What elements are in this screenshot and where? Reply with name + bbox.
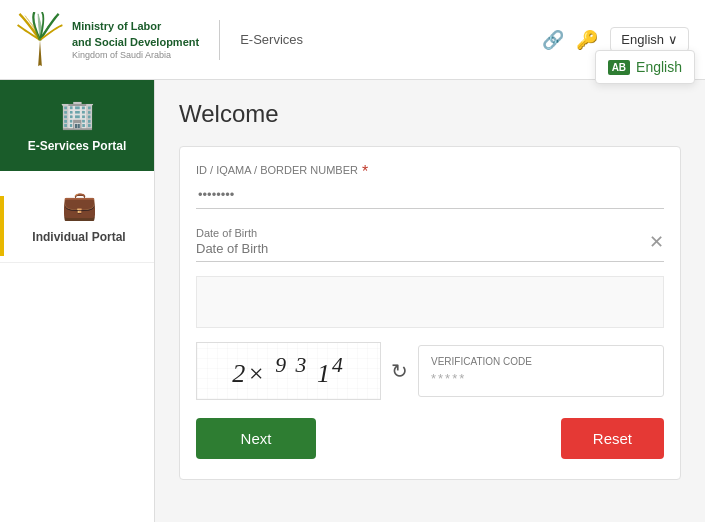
ministry-logo — [16, 12, 64, 68]
dob-label: Date of Birth — [196, 227, 649, 239]
captcha-row: 2× 9 3 14 ↻ VERIFICATION CODE ***** — [196, 342, 664, 400]
sidebar-item-individual[interactable]: 💼 Individual Portal — [0, 171, 154, 263]
logo-area: Ministry of Labor and Social Development… — [16, 12, 303, 68]
id-field-group: ID / IQAMA / BORDER NUMBER * — [196, 163, 664, 209]
header-right: 🔗 🔑 English ∨ — [542, 27, 689, 52]
ministry-name-block: Ministry of Labor and Social Development… — [72, 19, 199, 60]
chevron-down-icon: ∨ — [668, 32, 678, 47]
verification-code-field[interactable]: VERIFICATION CODE ***** — [418, 345, 664, 397]
id-required: * — [362, 163, 368, 181]
sidebar: 🏢 E-Services Portal 💼 Individual Portal — [0, 80, 155, 522]
ab-icon: AB — [608, 60, 630, 75]
verify-label: VERIFICATION CODE — [431, 356, 651, 367]
e-services-label: E-Services — [240, 32, 303, 47]
ministry-line1: Ministry of Labor — [72, 20, 161, 32]
e-services-label-sidebar: E-Services Portal — [28, 139, 127, 153]
main-layout: 🏢 E-Services Portal 💼 Individual Portal … — [0, 80, 705, 522]
next-button[interactable]: Next — [196, 418, 316, 459]
welcome-title: Welcome — [179, 100, 681, 128]
clear-icon[interactable]: ✕ — [649, 231, 664, 253]
main-content: Welcome ID / IQAMA / BORDER NUMBER * Dat… — [155, 80, 705, 522]
button-row: Next Reset — [196, 418, 664, 459]
individual-label: Individual Portal — [32, 230, 125, 244]
dob-row: Date of Birth ✕ — [196, 223, 664, 262]
individual-icon: 💼 — [62, 189, 97, 222]
dob-field-group: Date of Birth ✕ — [196, 223, 664, 262]
refresh-captcha-button[interactable]: ↻ — [391, 359, 408, 383]
language-label: English — [621, 32, 664, 47]
e-services-icon: 🏢 — [60, 98, 95, 131]
dob-input[interactable] — [196, 241, 364, 256]
captcha-text: 2× 9 3 14 — [232, 353, 344, 389]
key-icon[interactable]: 🔑 — [576, 29, 598, 51]
language-dropdown[interactable]: AB English — [595, 50, 695, 84]
ministry-line2: and Social Development — [72, 36, 199, 48]
link-icon[interactable]: 🔗 — [542, 29, 564, 51]
sidebar-item-e-services[interactable]: 🏢 E-Services Portal — [0, 80, 154, 171]
form-card: ID / IQAMA / BORDER NUMBER * Date of Bir… — [179, 146, 681, 480]
language-button[interactable]: English ∨ — [610, 27, 689, 52]
reset-button[interactable]: Reset — [561, 418, 664, 459]
ministry-line3: Kingdom of Saudi Arabia — [72, 50, 199, 60]
dropdown-language-label: English — [636, 59, 682, 75]
empty-text-box[interactable] — [196, 276, 664, 328]
yellow-bar — [0, 196, 4, 256]
captcha-image: 2× 9 3 14 — [196, 342, 381, 400]
header: Ministry of Labor and Social Development… — [0, 0, 705, 80]
verify-placeholder: ***** — [431, 371, 651, 386]
header-divider — [219, 20, 220, 60]
id-input[interactable] — [196, 181, 664, 209]
id-label: ID / IQAMA / BORDER NUMBER — [196, 164, 358, 176]
